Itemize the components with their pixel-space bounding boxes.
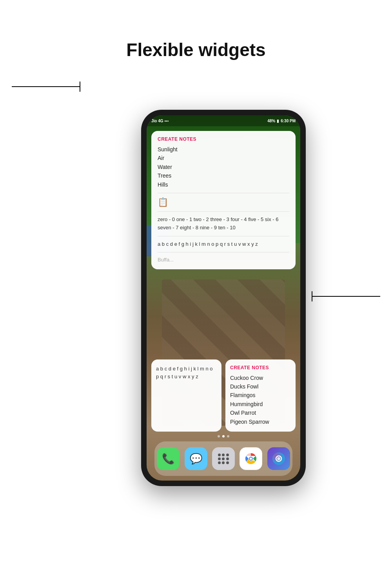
list-item: Water bbox=[158, 163, 289, 171]
grid-dot bbox=[218, 461, 221, 464]
buffalo-text: Buffa... bbox=[158, 256, 289, 263]
list-item: Hills bbox=[158, 180, 289, 189]
messages-app-icon: 💬 bbox=[190, 453, 202, 465]
status-left: Jio 4G ▪▪▪ bbox=[151, 119, 169, 123]
list-item: Flamingos bbox=[230, 391, 291, 399]
app-phone[interactable]: 📞 bbox=[157, 447, 180, 470]
list-item: Owl Parrot bbox=[230, 408, 291, 417]
widget-large[interactable]: CREATE NOTES Sunlight Air Water Trees Hi… bbox=[151, 131, 296, 269]
list-item: Hummingbird bbox=[230, 400, 291, 408]
phone-frame: Jio 4G ▪▪▪ 48% ▮ 6:30 PM CREATE NOTES Su… bbox=[141, 110, 306, 486]
page-title: Flexible widgets bbox=[0, 39, 392, 60]
list-item: Cuckoo Crow bbox=[230, 374, 291, 382]
divider bbox=[158, 252, 289, 252]
dock: 📞 💬 bbox=[154, 441, 292, 476]
svg-point-3 bbox=[250, 457, 252, 460]
grid-dot bbox=[226, 457, 229, 460]
list-item: Trees bbox=[158, 171, 289, 180]
divider bbox=[158, 211, 289, 212]
dots-indicator bbox=[147, 435, 300, 437]
grid-dot bbox=[222, 454, 225, 456]
battery-percent: 48% bbox=[267, 119, 275, 123]
time-display: 6:30 PM bbox=[281, 119, 296, 123]
grid-dot bbox=[218, 454, 221, 456]
widget-large-items: Sunlight Air Water Trees Hills bbox=[158, 145, 289, 189]
right-bracket-line bbox=[312, 296, 380, 297]
widget-small-right-header: CREATE NOTES bbox=[230, 365, 291, 370]
grid-dot bbox=[222, 461, 225, 464]
grid-dot bbox=[222, 457, 225, 460]
widget-small-right[interactable]: CREATE NOTES Cuckoo Crow Ducks Fowl Flam… bbox=[225, 359, 296, 432]
grid-dot bbox=[218, 457, 221, 460]
list-item: Air bbox=[158, 154, 289, 162]
app-messages[interactable]: 💬 bbox=[185, 447, 207, 470]
number-text: zero - 0 one - 1 two - 2 three - 3 four … bbox=[158, 216, 289, 232]
phone-app-icon: 📞 bbox=[162, 453, 174, 465]
widget-large-header: CREATE NOTES bbox=[158, 136, 289, 142]
divider bbox=[158, 236, 289, 236]
dot-3 bbox=[227, 435, 229, 437]
phone-screen: Jio 4G ▪▪▪ 48% ▮ 6:30 PM CREATE NOTES Su… bbox=[147, 115, 300, 481]
list-item: Sunlight bbox=[158, 145, 289, 154]
battery-icon: ▮ bbox=[277, 119, 279, 123]
grid-dots-icon bbox=[218, 454, 229, 464]
grid-dot bbox=[226, 454, 229, 456]
svg-point-6 bbox=[277, 457, 280, 460]
status-right: 48% ▮ 6:30 PM bbox=[267, 119, 296, 123]
dot-1 bbox=[218, 435, 220, 437]
small-left-alpha: a b c d e f g h i j k l m n o p q r s t … bbox=[156, 365, 217, 381]
widget-small-left[interactable]: a b c d e f g h i j k l m n o p q r s t … bbox=[151, 359, 221, 432]
bottom-widgets-row: a b c d e f g h i j k l m n o p q r s t … bbox=[151, 359, 296, 432]
list-item: Ducks Fowl bbox=[230, 382, 291, 391]
status-bar: Jio 4G ▪▪▪ 48% ▮ 6:30 PM bbox=[147, 115, 300, 126]
network-signal: ▪▪▪ bbox=[165, 119, 169, 123]
grid-dot bbox=[226, 461, 229, 464]
phone-wrapper: Jio 4G ▪▪▪ 48% ▮ 6:30 PM CREATE NOTES Su… bbox=[110, 110, 282, 486]
alpha-text: a b c d e f g h i j k l m n o p q r s t … bbox=[158, 240, 289, 249]
app-chrome[interactable] bbox=[240, 447, 262, 470]
dot-2-active bbox=[222, 435, 225, 437]
clipboard-emoji: 📋 bbox=[158, 197, 289, 207]
left-bracket-line bbox=[12, 86, 80, 87]
camera-app-icon bbox=[272, 452, 285, 465]
widget-small-right-items: Cuckoo Crow Ducks Fowl Flamingos Humming… bbox=[230, 374, 291, 426]
divider bbox=[158, 193, 289, 193]
list-item: Pigeon Sparrow bbox=[230, 417, 291, 426]
chrome-icon bbox=[244, 452, 258, 466]
carrier-text: Jio 4G bbox=[151, 119, 163, 123]
app-drawer[interactable] bbox=[212, 447, 235, 470]
app-camera[interactable] bbox=[267, 447, 290, 470]
